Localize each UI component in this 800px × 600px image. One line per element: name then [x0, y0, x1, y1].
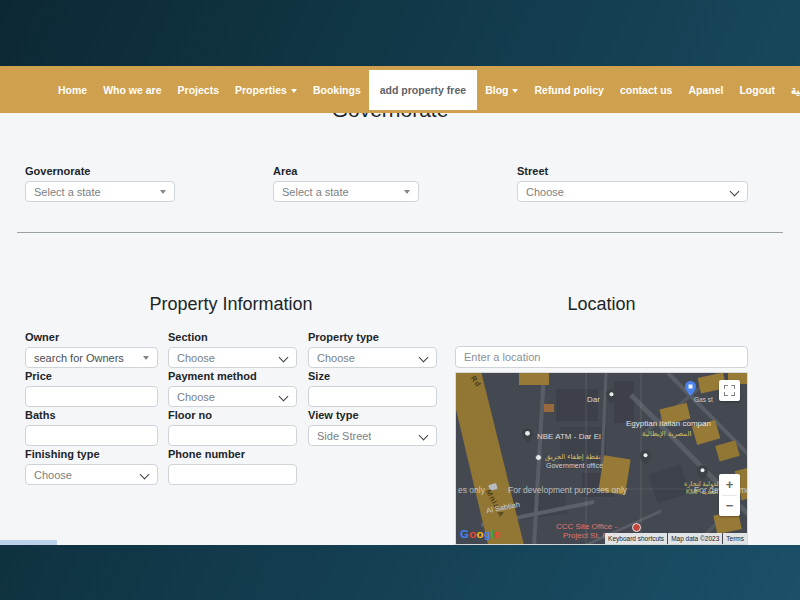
section-select[interactable]: Choose [168, 347, 297, 368]
finishing-type-label: Finishing type [25, 448, 158, 460]
map-zoom-control: + − [719, 474, 740, 516]
phone-number-input[interactable] [168, 464, 297, 485]
poi-label-ccc-line1: CCC Site Office - [556, 522, 617, 531]
nav-add-property-free[interactable]: add property free [369, 70, 477, 110]
page: Home Who we are Projects Properties Book… [0, 0, 800, 600]
property-type-select[interactable]: Choose [308, 347, 437, 368]
property-information-title: Property Information [25, 294, 437, 315]
nav-contact-us[interactable]: contact us [612, 66, 681, 113]
google-logo[interactable]: Google [460, 528, 501, 540]
map-zoom-in-button[interactable]: + [719, 474, 740, 495]
floor-no-input[interactable] [168, 425, 297, 446]
phone-number-label: Phone number [168, 448, 297, 460]
map-zoom-out-button[interactable]: − [719, 496, 740, 517]
keyboard-shortcuts-link[interactable]: Keyboard shortcuts [605, 533, 667, 544]
scrollbar-fragment [0, 540, 57, 545]
owner-label: Owner [25, 331, 158, 343]
area-label: Area [273, 165, 419, 177]
poi-label-egyptian-italian-arabic: المصرية الإيطالية [642, 430, 691, 437]
chevron-down-icon [279, 392, 289, 402]
map-pin-nbe-atm[interactable] [522, 428, 533, 447]
nav-refund-policy[interactable]: Refund policy [526, 66, 611, 113]
payment-method-label: Payment method [168, 370, 297, 382]
nav-apanel[interactable]: Apanel [680, 66, 731, 113]
chevron-down-icon [140, 470, 150, 480]
poi-label-egyptian-italian: Egyptian italian compan [626, 420, 711, 428]
area-select[interactable]: Select a state [273, 181, 419, 202]
google-map[interactable]: Rd Mnia A Al Sabtiah Dar NBE ATM - Dar E… [455, 372, 748, 545]
map-data-label: Map data ©2023 [668, 533, 722, 544]
floor-no-label: Floor no [168, 409, 297, 421]
map-watermark-left: es only [458, 485, 485, 495]
baths-label: Baths [25, 409, 158, 421]
chevron-down-icon [730, 187, 740, 197]
owner-select[interactable]: search for Owners [25, 347, 158, 368]
chevron-down-icon [419, 353, 429, 363]
view-type-select[interactable]: Side Street [308, 425, 437, 446]
nav-logout[interactable]: Logout [731, 66, 783, 113]
chevron-down-icon [419, 431, 429, 441]
governorate-label: Governorate [25, 165, 175, 177]
price-label: Price [25, 370, 158, 382]
ccc-site-office-icon[interactable] [632, 523, 641, 532]
fullscreen-icon [724, 385, 735, 396]
payment-method-select[interactable]: Choose [168, 386, 297, 407]
street-select[interactable]: Choose [517, 181, 748, 202]
poi-label-dar: Dar [587, 396, 600, 404]
location-search-input[interactable] [455, 346, 748, 368]
nav-home[interactable]: Home [50, 66, 95, 113]
price-input[interactable] [25, 386, 158, 407]
map-watermark-center: For development purposes only [508, 485, 627, 495]
nav-properties[interactable]: Properties [227, 66, 305, 113]
chevron-down-icon [291, 89, 297, 93]
nav-projects[interactable]: Projects [170, 66, 227, 113]
property-type-label: Property type [308, 331, 437, 343]
section-divider [17, 232, 783, 233]
caret-down-icon [404, 190, 410, 194]
governorate-select[interactable]: Select a state [25, 181, 175, 202]
map-attribution: Keyboard shortcuts Map data ©2023 Terms [605, 533, 747, 544]
baths-input[interactable] [25, 425, 158, 446]
caret-down-icon [143, 356, 149, 360]
finishing-type-select[interactable]: Choose [25, 464, 158, 485]
view-type-label: View type [308, 409, 437, 421]
caret-down-icon [160, 190, 166, 194]
section-label: Section [168, 331, 297, 343]
nav-bookings[interactable]: Bookings [305, 66, 369, 113]
map-pin-generic[interactable] [640, 450, 651, 469]
poi-label-gas-station: Gas st [694, 397, 713, 404]
nav-who-we-are[interactable]: Who we are [95, 66, 169, 113]
size-label: Size [308, 370, 437, 382]
government-office-icon[interactable] [535, 454, 542, 461]
chevron-down-icon [279, 353, 289, 363]
nav-arabic-language[interactable]: العربية [783, 66, 800, 113]
main-navbar: Home Who we are Projects Properties Book… [0, 66, 800, 113]
terms-link[interactable]: Terms [723, 533, 747, 544]
location-title: Location [455, 294, 748, 315]
map-pin-dar[interactable] [606, 389, 617, 408]
street-label: Street [517, 165, 748, 177]
poi-label-fire-point-arabic: نقطة إطفاء الحريق [545, 453, 601, 460]
map-fullscreen-button[interactable] [719, 380, 740, 401]
size-input[interactable] [308, 386, 437, 407]
content-area: Governorate Governorate Select a state A… [0, 113, 800, 545]
poi-label-nbe-atm: NBE ATM - Dar El [537, 433, 601, 441]
poi-label-government-office: Government office [546, 462, 603, 469]
nav-blog[interactable]: Blog [477, 66, 526, 113]
chevron-down-icon [512, 89, 518, 93]
